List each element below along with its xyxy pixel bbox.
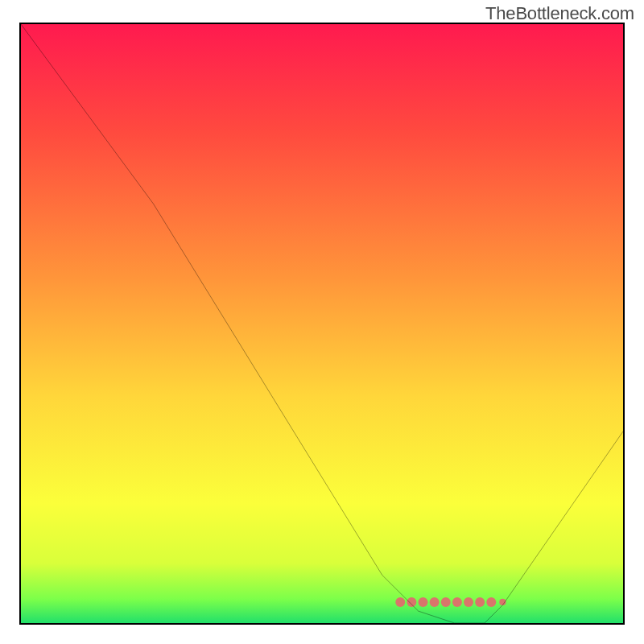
marker-dot	[441, 597, 451, 607]
watermark-text: TheBottleneck.com	[485, 3, 634, 24]
marker-dot	[475, 597, 485, 607]
plot-svg	[21, 24, 623, 623]
marker-dot	[452, 597, 462, 607]
chart-container: TheBottleneck.com	[0, 0, 644, 644]
marker-dot	[499, 599, 506, 605]
plot-area	[19, 23, 625, 625]
marker-dot	[486, 597, 496, 607]
marker-dot	[419, 597, 428, 607]
marker-dot	[464, 597, 473, 607]
marker-dot	[395, 597, 405, 607]
marker-dot	[430, 597, 440, 607]
marker-dot	[407, 597, 416, 607]
gradient-background	[21, 24, 623, 623]
